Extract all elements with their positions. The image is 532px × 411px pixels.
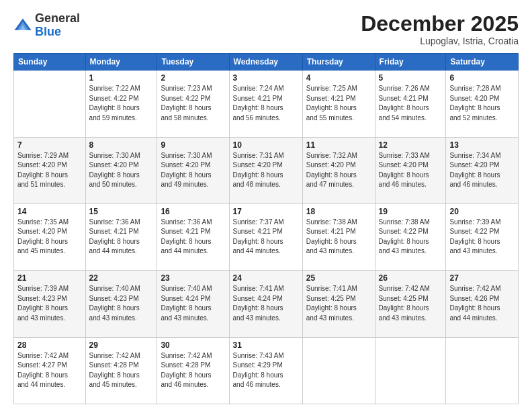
calendar-table: SundayMondayTuesdayWednesdayThursdayFrid…	[13, 53, 519, 404]
day-info: Sunrise: 7:36 AM Sunset: 4:21 PM Dayligh…	[89, 218, 154, 257]
day-number: 9	[161, 140, 225, 150]
day-cell: 18Sunrise: 7:38 AM Sunset: 4:21 PM Dayli…	[302, 203, 375, 270]
day-cell	[302, 337, 375, 404]
weekday-header-saturday: Saturday	[446, 54, 519, 71]
day-number: 6	[449, 73, 515, 83]
day-number: 3	[233, 73, 299, 83]
day-number: 12	[379, 140, 443, 150]
day-number: 18	[306, 207, 371, 216]
day-cell: 30Sunrise: 7:42 AM Sunset: 4:28 PM Dayli…	[157, 337, 229, 404]
day-number: 20	[449, 207, 515, 216]
weekday-header-friday: Friday	[375, 54, 446, 71]
day-number: 27	[449, 273, 515, 283]
day-info: Sunrise: 7:24 AM Sunset: 4:21 PM Dayligh…	[233, 84, 299, 123]
weekday-header-sunday: Sunday	[14, 54, 86, 71]
day-cell: 21Sunrise: 7:39 AM Sunset: 4:23 PM Dayli…	[14, 271, 86, 337]
day-info: Sunrise: 7:28 AM Sunset: 4:20 PM Dayligh…	[449, 84, 515, 123]
logo-general-text: General	[35, 11, 80, 25]
day-info: Sunrise: 7:42 AM Sunset: 4:28 PM Dayligh…	[161, 351, 225, 390]
day-cell: 5Sunrise: 7:26 AM Sunset: 4:21 PM Daylig…	[375, 71, 446, 137]
day-number: 7	[17, 140, 82, 150]
weekday-header-thursday: Thursday	[302, 54, 375, 71]
day-number: 8	[89, 140, 154, 150]
weekday-header-wednesday: Wednesday	[229, 54, 302, 71]
day-cell: 12Sunrise: 7:33 AM Sunset: 4:20 PM Dayli…	[375, 137, 446, 203]
week-row-4: 21Sunrise: 7:39 AM Sunset: 4:23 PM Dayli…	[14, 271, 519, 337]
weekday-header-tuesday: Tuesday	[157, 54, 229, 71]
day-cell: 3Sunrise: 7:24 AM Sunset: 4:21 PM Daylig…	[229, 71, 302, 137]
day-info: Sunrise: 7:42 AM Sunset: 4:27 PM Dayligh…	[17, 351, 82, 390]
day-info: Sunrise: 7:30 AM Sunset: 4:20 PM Dayligh…	[161, 151, 225, 190]
header: General Blue December 2025 Lupoglav, Ist…	[13, 12, 519, 46]
day-cell: 15Sunrise: 7:36 AM Sunset: 4:21 PM Dayli…	[85, 203, 157, 270]
day-number: 24	[233, 273, 299, 283]
weekday-header-monday: Monday	[85, 54, 157, 71]
day-info: Sunrise: 7:36 AM Sunset: 4:21 PM Dayligh…	[161, 218, 225, 257]
day-number: 16	[161, 207, 225, 216]
day-info: Sunrise: 7:33 AM Sunset: 4:20 PM Dayligh…	[379, 151, 443, 190]
day-cell: 27Sunrise: 7:42 AM Sunset: 4:26 PM Dayli…	[446, 271, 519, 337]
day-cell: 14Sunrise: 7:35 AM Sunset: 4:20 PM Dayli…	[14, 203, 86, 270]
day-info: Sunrise: 7:41 AM Sunset: 4:24 PM Dayligh…	[233, 284, 299, 323]
day-info: Sunrise: 7:40 AM Sunset: 4:24 PM Dayligh…	[161, 284, 225, 323]
day-info: Sunrise: 7:42 AM Sunset: 4:28 PM Dayligh…	[89, 351, 154, 390]
day-info: Sunrise: 7:40 AM Sunset: 4:23 PM Dayligh…	[89, 284, 154, 323]
week-row-5: 28Sunrise: 7:42 AM Sunset: 4:27 PM Dayli…	[14, 337, 519, 404]
day-cell: 26Sunrise: 7:42 AM Sunset: 4:25 PM Dayli…	[375, 271, 446, 337]
day-number: 30	[161, 340, 225, 350]
day-info: Sunrise: 7:39 AM Sunset: 4:22 PM Dayligh…	[449, 218, 515, 257]
day-number: 26	[379, 273, 443, 283]
day-info: Sunrise: 7:42 AM Sunset: 4:26 PM Dayligh…	[449, 284, 515, 323]
day-info: Sunrise: 7:35 AM Sunset: 4:20 PM Dayligh…	[17, 218, 82, 257]
day-number: 5	[379, 73, 443, 83]
day-cell: 8Sunrise: 7:30 AM Sunset: 4:20 PM Daylig…	[85, 137, 157, 203]
day-cell: 20Sunrise: 7:39 AM Sunset: 4:22 PM Dayli…	[446, 203, 519, 270]
day-info: Sunrise: 7:29 AM Sunset: 4:20 PM Dayligh…	[17, 151, 82, 190]
day-cell: 28Sunrise: 7:42 AM Sunset: 4:27 PM Dayli…	[14, 337, 86, 404]
day-number: 13	[449, 140, 515, 150]
day-number: 21	[17, 273, 82, 283]
day-number: 11	[306, 140, 371, 150]
day-number: 23	[161, 273, 225, 283]
day-number: 28	[17, 340, 82, 350]
title-block: December 2025 Lupoglav, Istria, Croatia	[361, 12, 519, 46]
location: Lupoglav, Istria, Croatia	[361, 36, 519, 46]
day-cell: 7Sunrise: 7:29 AM Sunset: 4:20 PM Daylig…	[14, 137, 86, 203]
day-number: 14	[17, 207, 82, 216]
day-info: Sunrise: 7:38 AM Sunset: 4:22 PM Dayligh…	[379, 218, 443, 257]
day-number: 19	[379, 207, 443, 216]
day-info: Sunrise: 7:42 AM Sunset: 4:25 PM Dayligh…	[379, 284, 443, 323]
day-info: Sunrise: 7:34 AM Sunset: 4:20 PM Dayligh…	[449, 151, 515, 190]
day-number: 22	[89, 273, 154, 283]
page: General Blue December 2025 Lupoglav, Ist…	[0, 0, 532, 411]
day-info: Sunrise: 7:23 AM Sunset: 4:22 PM Dayligh…	[161, 84, 225, 123]
logo-icon	[13, 16, 32, 35]
day-cell: 11Sunrise: 7:32 AM Sunset: 4:20 PM Dayli…	[302, 137, 375, 203]
day-number: 1	[89, 73, 154, 83]
day-cell: 22Sunrise: 7:40 AM Sunset: 4:23 PM Dayli…	[85, 271, 157, 337]
day-cell: 19Sunrise: 7:38 AM Sunset: 4:22 PM Dayli…	[375, 203, 446, 270]
day-cell: 29Sunrise: 7:42 AM Sunset: 4:28 PM Dayli…	[85, 337, 157, 404]
day-cell: 24Sunrise: 7:41 AM Sunset: 4:24 PM Dayli…	[229, 271, 302, 337]
day-cell: 23Sunrise: 7:40 AM Sunset: 4:24 PM Dayli…	[157, 271, 229, 337]
week-row-1: 1Sunrise: 7:22 AM Sunset: 4:22 PM Daylig…	[14, 71, 519, 137]
day-cell: 9Sunrise: 7:30 AM Sunset: 4:20 PM Daylig…	[157, 137, 229, 203]
day-cell: 4Sunrise: 7:25 AM Sunset: 4:21 PM Daylig…	[302, 71, 375, 137]
day-number: 10	[233, 140, 299, 150]
day-number: 31	[233, 340, 299, 350]
day-cell: 17Sunrise: 7:37 AM Sunset: 4:21 PM Dayli…	[229, 203, 302, 270]
day-info: Sunrise: 7:32 AM Sunset: 4:20 PM Dayligh…	[306, 151, 371, 190]
logo: General Blue	[13, 12, 80, 39]
day-cell	[375, 337, 446, 404]
day-cell: 31Sunrise: 7:43 AM Sunset: 4:29 PM Dayli…	[229, 337, 302, 404]
week-row-3: 14Sunrise: 7:35 AM Sunset: 4:20 PM Dayli…	[14, 203, 519, 270]
day-cell: 25Sunrise: 7:41 AM Sunset: 4:25 PM Dayli…	[302, 271, 375, 337]
weekday-header-row: SundayMondayTuesdayWednesdayThursdayFrid…	[14, 54, 519, 71]
day-info: Sunrise: 7:37 AM Sunset: 4:21 PM Dayligh…	[233, 218, 299, 257]
day-cell	[14, 71, 86, 137]
day-info: Sunrise: 7:30 AM Sunset: 4:20 PM Dayligh…	[89, 151, 154, 190]
day-info: Sunrise: 7:43 AM Sunset: 4:29 PM Dayligh…	[233, 351, 299, 390]
day-number: 25	[306, 273, 371, 283]
week-row-2: 7Sunrise: 7:29 AM Sunset: 4:20 PM Daylig…	[14, 137, 519, 203]
day-info: Sunrise: 7:38 AM Sunset: 4:21 PM Dayligh…	[306, 218, 371, 257]
